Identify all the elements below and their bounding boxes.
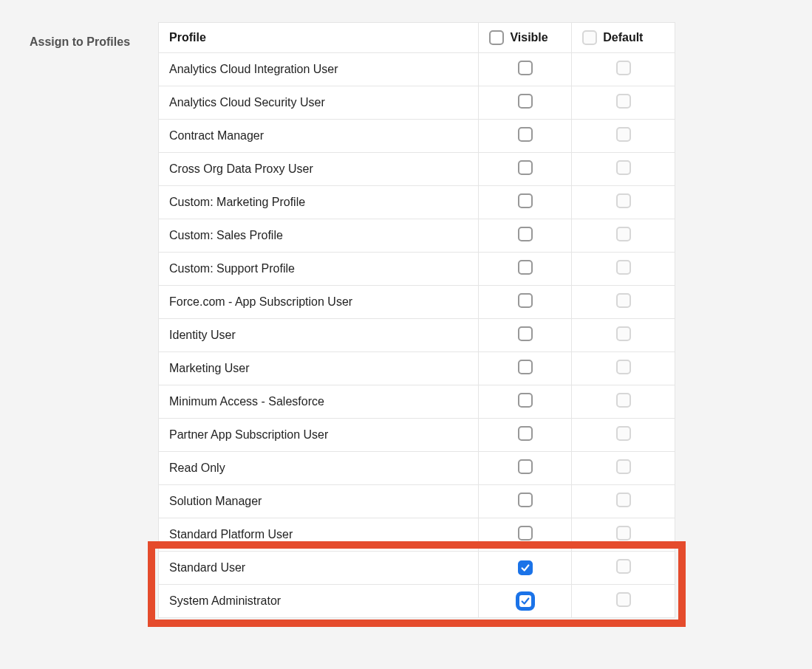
- default-cell: [572, 153, 675, 186]
- table-row: Read Only: [159, 452, 675, 485]
- column-header-visible: Visible: [479, 23, 572, 53]
- visible-cell: [479, 385, 572, 419]
- default-checkbox: [616, 193, 631, 208]
- default-checkbox: [616, 160, 631, 175]
- visible-cell: [479, 352, 572, 385]
- table-row: Cross Org Data Proxy User: [159, 153, 675, 186]
- visible-cell: [479, 552, 572, 585]
- default-checkbox: [616, 260, 631, 275]
- default-checkbox: [616, 526, 631, 541]
- table-row: Contract Manager: [159, 120, 675, 153]
- default-checkbox: [616, 559, 631, 574]
- table-row: Identity User: [159, 319, 675, 352]
- table-row: Standard User: [159, 552, 675, 585]
- visible-cell: [479, 319, 572, 352]
- default-cell: [572, 319, 675, 352]
- table-row: Partner App Subscription User: [159, 419, 675, 452]
- visible-cell: [479, 186, 572, 219]
- table-row: Analytics Cloud Security User: [159, 86, 675, 120]
- profile-name-cell: Standard User: [159, 552, 479, 585]
- profile-name-cell: Custom: Marketing Profile: [159, 186, 479, 219]
- visible-cell: [479, 86, 572, 120]
- table-row: Custom: Support Profile: [159, 253, 675, 286]
- profile-name-cell: Identity User: [159, 319, 479, 352]
- default-cell: [572, 518, 675, 552]
- table-row: Standard Platform User: [159, 518, 675, 552]
- default-checkbox: [616, 127, 631, 142]
- profile-name-cell: Custom: Sales Profile: [159, 219, 479, 253]
- default-cell: [572, 120, 675, 153]
- table-row: Minimum Access - Salesforce: [159, 385, 675, 419]
- visible-checkbox[interactable]: [518, 526, 533, 541]
- visible-checkbox[interactable]: [518, 493, 533, 507]
- default-checkbox: [616, 493, 631, 507]
- default-cell: [572, 452, 675, 485]
- default-checkbox: [616, 426, 631, 441]
- default-cell: [572, 552, 675, 585]
- column-header-profile-label: Profile: [169, 31, 206, 44]
- table-row: Analytics Cloud Integration User: [159, 53, 675, 86]
- visible-checkbox[interactable]: [518, 227, 533, 241]
- default-checkbox: [616, 326, 631, 341]
- visible-checkbox[interactable]: [518, 61, 533, 75]
- profile-name-cell: Contract Manager: [159, 120, 479, 153]
- visible-cell: [479, 286, 572, 319]
- column-header-default-label: Default: [603, 31, 643, 44]
- visible-checkbox[interactable]: [518, 426, 533, 441]
- section-label: Assign to Profiles: [30, 22, 130, 49]
- default-cell: [572, 219, 675, 253]
- profile-name-cell: Standard Platform User: [159, 518, 479, 552]
- visible-cell: [479, 53, 572, 86]
- table-row: Custom: Marketing Profile: [159, 186, 675, 219]
- visible-checkbox[interactable]: [518, 594, 533, 608]
- visible-checkbox[interactable]: [518, 560, 533, 575]
- profile-name-cell: Read Only: [159, 452, 479, 485]
- profile-name-cell: Marketing User: [159, 352, 479, 385]
- profiles-table-wrap: Profile Visible: [158, 22, 675, 618]
- profile-name-cell: Minimum Access - Salesforce: [159, 385, 479, 419]
- default-checkbox: [616, 227, 631, 241]
- default-cell: [572, 53, 675, 86]
- default-checkbox: [616, 61, 631, 75]
- visible-checkbox[interactable]: [518, 260, 533, 275]
- visible-cell: [479, 585, 572, 618]
- visible-cell: [479, 219, 572, 253]
- visible-checkbox[interactable]: [518, 360, 533, 374]
- profile-name-cell: Analytics Cloud Security User: [159, 86, 479, 120]
- visible-checkbox[interactable]: [518, 193, 533, 208]
- profile-name-cell: Force.com - App Subscription User: [159, 286, 479, 319]
- visible-checkbox[interactable]: [518, 459, 533, 474]
- default-cell: [572, 352, 675, 385]
- visible-cell: [479, 153, 572, 186]
- visible-checkbox[interactable]: [518, 160, 533, 175]
- visible-checkbox[interactable]: [518, 94, 533, 109]
- default-checkbox: [616, 293, 631, 308]
- column-header-profile: Profile: [159, 23, 479, 53]
- visible-checkbox[interactable]: [518, 393, 533, 408]
- default-cell: [572, 385, 675, 419]
- profiles-table: Profile Visible: [158, 22, 675, 618]
- table-row: Custom: Sales Profile: [159, 219, 675, 253]
- default-cell: [572, 186, 675, 219]
- default-cell: [572, 253, 675, 286]
- default-cell: [572, 286, 675, 319]
- visible-cell: [479, 485, 572, 518]
- visible-cell: [479, 419, 572, 452]
- visible-checkbox[interactable]: [518, 293, 533, 308]
- default-cell: [572, 86, 675, 120]
- visible-checkbox[interactable]: [518, 127, 533, 142]
- default-cell: [572, 585, 675, 618]
- profile-name-cell: System Administrator: [159, 585, 479, 618]
- visible-select-all-checkbox[interactable]: [489, 30, 504, 45]
- visible-cell: [479, 120, 572, 153]
- visible-cell: [479, 253, 572, 286]
- default-checkbox: [616, 459, 631, 474]
- visible-checkbox[interactable]: [518, 326, 533, 341]
- table-row: System Administrator: [159, 585, 675, 618]
- visible-cell: [479, 518, 572, 552]
- default-checkbox: [616, 592, 631, 607]
- default-select-all-checkbox[interactable]: [582, 30, 597, 45]
- table-row: Force.com - App Subscription User: [159, 286, 675, 319]
- default-checkbox: [616, 94, 631, 109]
- profile-name-cell: Analytics Cloud Integration User: [159, 53, 479, 86]
